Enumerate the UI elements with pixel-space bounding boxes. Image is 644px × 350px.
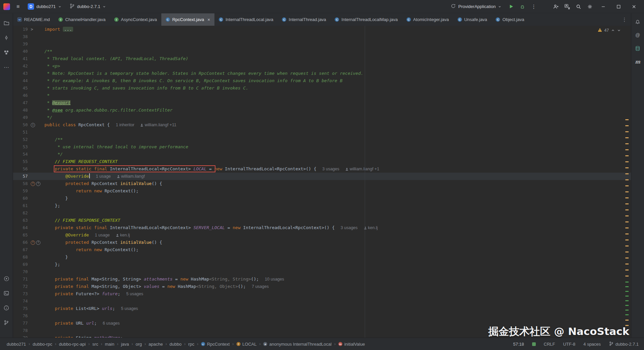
author-hint[interactable]: ken.lj — [364, 225, 378, 230]
editor-tab-AtomicInteger.java[interactable]: CAtomicInteger.java — [402, 13, 453, 26]
gutter[interactable]: 50↓ — [13, 121, 44, 129]
breadcrumb-initialValue[interactable]: minitialValue — [338, 342, 365, 347]
code-line-76[interactable]: 76 — [13, 312, 631, 320]
breadcrumb-dubbo[interactable]: dubbo — [169, 342, 181, 347]
success-marker[interactable] — [625, 300, 629, 301]
warning-marker[interactable] — [625, 276, 629, 277]
inheritors-gutter-icon[interactable]: ↓ — [31, 123, 35, 127]
success-marker[interactable] — [625, 282, 629, 283]
scrollbar-marker-strip[interactable] — [624, 26, 631, 338]
code-line-69[interactable]: 69 }; — [13, 261, 631, 268]
code-line-74[interactable]: 74 — [13, 298, 631, 305]
version-control-tool-icon[interactable] — [2, 318, 11, 327]
code-line-54[interactable]: 54 */ — [13, 151, 631, 158]
warning-marker[interactable] — [625, 185, 629, 186]
gutter[interactable]: 39 — [13, 40, 44, 48]
line-number[interactable]: 19 — [13, 26, 28, 33]
gutter[interactable]: 65 — [13, 231, 44, 239]
line-number[interactable]: 39 — [13, 40, 28, 48]
editor-tab-README.md[interactable]: MREADME.md — [13, 13, 54, 26]
editor-tab-InternalThreadLocal.java[interactable]: CInternalThreadLocal.java — [214, 13, 278, 26]
line-number[interactable]: 47 — [13, 99, 28, 107]
prev-issue-icon[interactable] — [611, 28, 615, 32]
breadcrumb-LOCAL[interactable]: fLOCAL — [236, 342, 257, 347]
warning-marker[interactable] — [625, 233, 629, 234]
app-logo-icon[interactable] — [3, 3, 10, 10]
line-number[interactable]: 78 — [13, 327, 28, 334]
success-marker[interactable] — [625, 291, 629, 292]
line-number[interactable]: 60 — [13, 195, 28, 202]
gutter[interactable]: 53 — [13, 143, 44, 151]
gutter[interactable]: 60 — [13, 195, 44, 202]
editor-tab-ChannelHandler.java[interactable]: IChannelHandler.java — [54, 13, 110, 26]
search-everywhere-icon[interactable] — [574, 2, 583, 11]
gutter[interactable]: 79 — [13, 334, 44, 338]
code-area[interactable]: 19>import ...383940/**41 * Thread local … — [13, 26, 631, 338]
gutter[interactable]: 63 — [13, 217, 44, 224]
line-number[interactable]: 59 — [13, 187, 28, 195]
tab-options-icon[interactable]: ⋮ — [618, 13, 631, 26]
gutter[interactable]: 54 — [13, 151, 44, 158]
usages-hint[interactable]: 3 usages — [322, 167, 339, 171]
implements-gutter-icon[interactable]: ↑ — [36, 240, 40, 245]
line-number[interactable]: 43 — [13, 70, 28, 77]
line-number[interactable]: 45 — [13, 84, 28, 92]
code-line-56[interactable]: 56 private static final InternalThreadLo… — [13, 165, 631, 173]
next-issue-icon[interactable] — [617, 28, 621, 32]
usages-hint[interactable]: 1 usage — [96, 174, 111, 179]
gutter[interactable]: 72 — [13, 283, 44, 290]
maven-tool-icon[interactable]: m — [633, 57, 642, 66]
git-branch-status[interactable]: dubbo-2.7.1 — [609, 341, 639, 347]
code-line-66[interactable]: 66↑↑ protected RpcContext initialValue()… — [13, 239, 631, 246]
run-configuration-widget[interactable]: ProviderApplication — [448, 2, 504, 11]
usages-hint[interactable]: 6 usages — [103, 321, 120, 326]
implements-gutter-icon[interactable]: ↑ — [36, 182, 40, 186]
file-encoding[interactable]: UTF-8 — [563, 342, 576, 347]
author-hint[interactable]: william.liangf — [117, 174, 145, 179]
code-line-41[interactable]: 41 * Thread local context. (API, ThreadL… — [13, 55, 631, 62]
code-editor[interactable]: 19>import ...383940/**41 * Thread local … — [13, 26, 631, 338]
usages-hint[interactable]: 10 usages — [265, 277, 284, 282]
warning-marker[interactable] — [625, 125, 629, 126]
warning-marker[interactable] — [625, 149, 629, 150]
line-number[interactable]: 48 — [13, 107, 28, 114]
code-line-67[interactable]: 67 return new RpcContext(); — [13, 246, 631, 253]
editor-tab-RpcContext.java[interactable]: CRpcContext.java× — [161, 13, 215, 26]
author-hint[interactable]: william.liangf +11 — [140, 123, 176, 127]
warning-marker[interactable] — [625, 173, 629, 174]
line-number[interactable]: 79 — [13, 334, 28, 338]
more-tool-windows-icon[interactable]: ⋯ — [2, 63, 11, 71]
code-line-58[interactable]: 58↑↑ protected RpcContext initialValue()… — [13, 180, 631, 187]
line-number[interactable]: 38 — [13, 33, 28, 40]
warning-marker[interactable] — [625, 221, 629, 222]
line-separator[interactable]: CRLF — [544, 342, 555, 347]
code-line-39[interactable]: 39 — [13, 40, 631, 48]
editor-tab-Object.java[interactable]: CObject.java — [491, 13, 528, 26]
maximize-button[interactable] — [612, 2, 625, 12]
code-line-68[interactable]: 68 } — [13, 253, 631, 261]
gutter[interactable]: 41 — [13, 55, 44, 62]
line-number[interactable]: 40 — [13, 48, 28, 55]
line-number[interactable]: 46 — [13, 92, 28, 99]
line-number[interactable]: 71 — [13, 276, 28, 283]
gutter[interactable]: 71 — [13, 276, 44, 283]
inspections-widget[interactable]: 47 — [598, 28, 621, 33]
gutter[interactable]: 42 — [13, 62, 44, 70]
code-line-53[interactable]: 53 * use internal thread local to improv… — [13, 143, 631, 151]
minimize-button[interactable] — [597, 2, 610, 12]
line-number[interactable]: 54 — [13, 151, 28, 158]
code-line-63[interactable]: 63 // FIXME RESPONSE_CONTEXT — [13, 217, 631, 224]
gutter[interactable]: 46 — [13, 92, 44, 99]
editor-tab-Unsafe.java[interactable]: CUnsafe.java — [453, 13, 492, 26]
code-line-55[interactable]: 55 // FIXME REQUEST_CONTEXT — [13, 158, 631, 165]
breadcrumb-main[interactable]: main — [105, 342, 114, 347]
warning-marker[interactable] — [625, 264, 629, 265]
gutter[interactable]: 38 — [13, 33, 44, 40]
warning-marker[interactable] — [625, 131, 629, 132]
warning-marker[interactable] — [625, 155, 629, 156]
warning-marker[interactable] — [625, 179, 629, 180]
usages-hint[interactable]: 1 inheritor — [116, 123, 135, 127]
warning-marker[interactable] — [625, 251, 629, 252]
line-number[interactable]: 55 — [13, 158, 28, 165]
vcs-branch-widget[interactable]: dubbo-2.7.1 — [66, 2, 109, 11]
